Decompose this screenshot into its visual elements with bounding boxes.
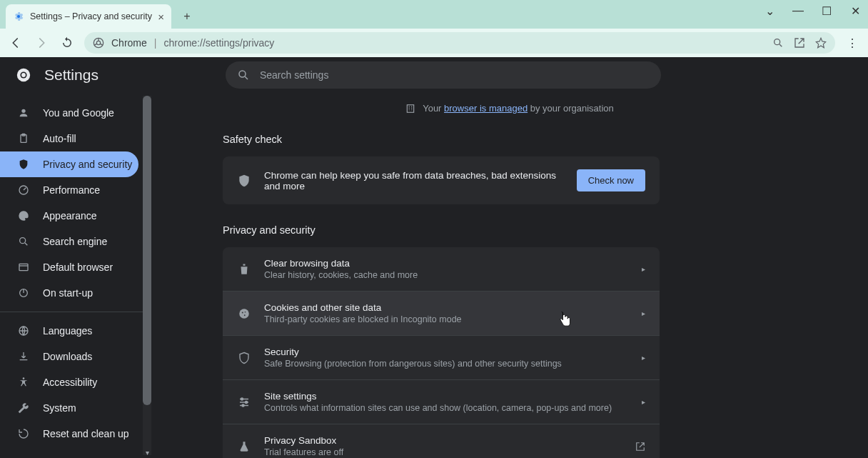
sidebar-item-label: Reset and clean up [43,428,129,439]
svg-rect-17 [408,104,414,112]
cookie-icon [237,307,251,320]
check-now-button[interactable]: Check now [577,169,645,191]
sidebar-item-label: Default browser [43,262,113,273]
address-url: chrome://settings/privacy [163,37,274,49]
sidebar-item-downloads[interactable]: Downloads [0,344,151,369]
close-window-icon[interactable]: ✕ [848,4,862,18]
row-title: Cookies and other site data [264,302,629,313]
overflow-menu-button[interactable]: ⋮ [844,36,861,50]
row-title: Privacy Sandbox [264,435,622,446]
sidebar-item-label: Languages [43,325,92,337]
row-subtitle: Third-party cookies are blocked in Incog… [264,314,629,324]
sidebar-item-label: Performance [43,184,100,196]
sidebar-item-accessibility[interactable]: Accessibility [0,369,151,395]
sidebar-item-label: Appearance [43,210,97,221]
sidebar-item-performance[interactable]: Performance [0,177,151,203]
sidebar-item-autofill[interactable]: Auto-fill [0,126,151,151]
svg-point-8 [21,109,25,113]
svg-point-20 [245,311,246,312]
forward-button[interactable] [33,34,50,51]
sidebar-item-system[interactable]: System [0,395,151,421]
shield-icon [17,159,30,170]
tab-strip: Settings – Privacy and security × + ⌄ — … [0,0,868,29]
sidebar-item-reset[interactable]: Reset and clean up [0,421,151,447]
speedometer-icon [17,184,30,196]
privacy-card: Clear browsing dataClear history, cookie… [223,247,660,458]
download-icon [17,351,30,362]
browser-toolbar: Chrome | chrome://settings/privacy ⋮ [0,29,868,57]
svg-point-12 [20,238,26,244]
sidebar-item-search-engine[interactable]: Search engine [0,229,151,254]
power-icon [17,287,30,299]
safety-check-title: Safety check [223,134,660,145]
accessibility-icon [17,377,30,388]
search-input[interactable] [260,69,650,81]
sidebar: You and Google Auto-fill Privacy and sec… [0,93,151,458]
sidebar-item-privacy[interactable]: Privacy and security [0,151,138,177]
row-title: Site settings [264,391,629,402]
row-cookies[interactable]: Cookies and other site dataThird-party c… [223,291,660,335]
sidebar-scrollbar[interactable]: ▾ [143,96,151,455]
app-title: Settings [44,66,99,84]
row-clear-browsing-data[interactable]: Clear browsing dataClear history, cookie… [223,247,660,291]
trash-icon [237,263,251,276]
minimize-icon[interactable]: — [791,4,805,18]
reload-button[interactable] [59,34,76,51]
chevron-right-icon: ▸ [642,265,645,273]
sidebar-item-default-browser[interactable]: Default browser [0,254,151,280]
chrome-logo-icon [16,67,31,83]
svg-rect-13 [19,264,28,270]
sidebar-item-label: You and Google [43,107,114,119]
row-privacy-sandbox[interactable]: Privacy SandboxTrial features are off [223,424,660,458]
clipboard-icon [17,133,30,144]
row-security[interactable]: SecuritySafe Browsing (protection from d… [223,335,660,379]
back-button[interactable] [7,34,24,51]
sidebar-item-you-and-google[interactable]: You and Google [0,100,151,126]
search-icon [237,69,250,81]
star-icon[interactable] [815,37,827,49]
banner-prefix: Your [423,103,444,114]
new-tab-button[interactable]: + [177,6,197,26]
wrench-icon [17,402,30,414]
managed-link[interactable]: browser is managed [444,103,528,114]
row-site-settings[interactable]: Site settingsControls what information s… [223,379,660,424]
close-icon[interactable]: × [158,11,164,23]
sidebar-item-label: System [43,402,76,414]
sidebar-item-startup[interactable]: On start-up [0,280,151,306]
address-bar[interactable]: Chrome | chrome://settings/privacy [84,32,835,54]
globe-icon [17,325,30,337]
browser-tab[interactable]: Settings – Privacy and security × [6,4,171,29]
svg-point-24 [242,404,244,407]
search-icon [17,236,30,247]
row-title: Security [264,347,629,357]
sliders-icon [237,396,251,409]
tab-title: Settings – Privacy and security [30,11,152,21]
share-icon[interactable] [794,37,805,49]
chevron-right-icon: ▸ [642,354,645,362]
row-subtitle: Clear history, cookies, cache and more [264,270,629,280]
svg-point-3 [774,39,780,45]
sidebar-item-languages[interactable]: Languages [0,318,151,344]
svg-point-2 [96,41,100,44]
svg-point-23 [246,401,248,403]
zoom-icon[interactable] [772,37,784,49]
svg-point-7 [239,71,246,77]
shield-icon [237,174,251,188]
safety-check-card: Chrome can help keep you safe from data … [223,156,660,204]
sidebar-item-label: Accessibility [43,377,97,388]
chevron-down-icon[interactable]: ⌄ [762,4,777,18]
row-subtitle: Trial features are off [264,447,622,457]
sidebar-item-appearance[interactable]: Appearance [0,203,151,229]
sidebar-item-label: Search engine [43,236,107,247]
search-box[interactable] [226,61,661,89]
person-icon [17,107,30,119]
palette-icon [17,210,30,221]
maximize-icon[interactable]: ☐ [819,4,834,18]
row-subtitle: Controls what information sites can use … [264,403,629,413]
chrome-icon [93,37,104,49]
address-label: Chrome [111,37,147,49]
sidebar-item-label: Privacy and security [43,159,132,170]
managed-banner: Your browser is managed by your organisa… [151,93,868,126]
chevron-right-icon: ▸ [642,309,645,317]
privacy-section-title: Privacy and security [223,224,660,236]
